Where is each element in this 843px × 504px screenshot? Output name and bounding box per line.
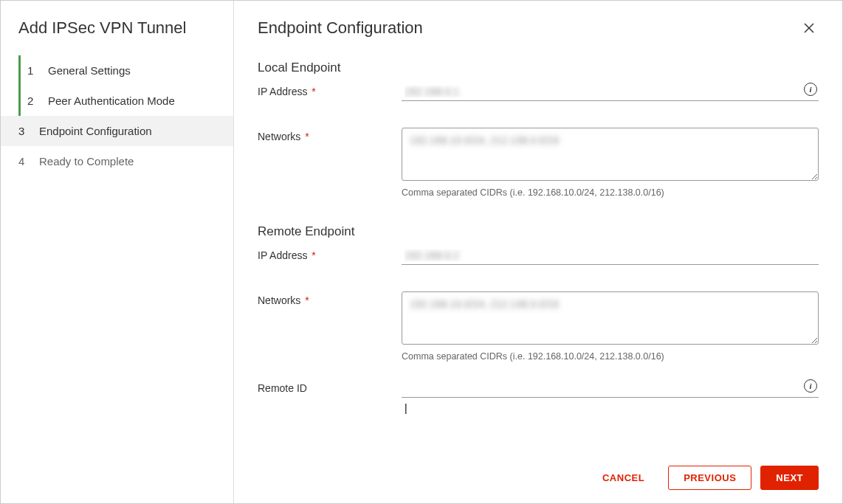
remote-ip-wrap: [402, 246, 819, 265]
info-icon[interactable]: i: [804, 83, 817, 96]
main-panel: Endpoint Configuration Local Endpoint IP…: [234, 1, 842, 503]
previous-button[interactable]: PREVIOUS: [668, 466, 751, 490]
step-label: Peer Authentication Mode: [48, 94, 175, 107]
wizard-step-ready[interactable]: 4 Ready to Complete: [1, 146, 233, 176]
local-networks-input[interactable]: [402, 128, 819, 181]
local-networks-wrap: Comma separated CIDRs (i.e. 192.168.10.0…: [402, 128, 819, 198]
remote-id-wrap: i: [402, 379, 819, 417]
wizard-steps: 1 General Settings 2 Peer Authentication…: [1, 55, 233, 176]
close-icon: [802, 21, 816, 35]
remote-ip-label: IP Address *: [258, 246, 402, 261]
local-ip-row: IP Address * i: [258, 83, 819, 101]
step-label: Endpoint Configuration: [39, 125, 152, 137]
required-asterisk: *: [312, 249, 315, 261]
next-button[interactable]: NEXT: [760, 466, 819, 490]
page-title: Endpoint Configuration: [258, 18, 423, 38]
remote-networks-input[interactable]: [402, 291, 819, 345]
remote-ip-input[interactable]: [402, 246, 819, 265]
dialog-title: Add IPSec VPN Tunnel: [1, 18, 233, 55]
step-number: 1: [27, 64, 38, 77]
ipsec-vpn-dialog: Add IPSec VPN Tunnel 1 General Settings …: [0, 0, 843, 504]
remote-ip-row: IP Address *: [258, 246, 819, 265]
required-asterisk: *: [305, 131, 309, 142]
dialog-footer: CANCEL PREVIOUS NEXT: [258, 454, 819, 490]
step-number: 2: [27, 94, 38, 107]
remote-networks-helper: Comma separated CIDRs (i.e. 192.168.10.0…: [402, 351, 819, 362]
local-ip-label: IP Address *: [258, 83, 402, 97]
cancel-button[interactable]: CANCEL: [588, 466, 659, 489]
step-label: Ready to Complete: [39, 155, 134, 168]
remote-networks-wrap: Comma separated CIDRs (i.e. 192.168.10.0…: [402, 291, 819, 362]
wizard-step-endpoint-config[interactable]: 3 Endpoint Configuration: [1, 116, 233, 146]
step-number: 4: [18, 155, 29, 168]
remote-id-caret: [402, 399, 819, 417]
step-number: 3: [18, 125, 29, 137]
local-networks-label: Networks *: [258, 128, 402, 142]
remote-id-label: Remote ID: [258, 379, 402, 394]
required-asterisk: *: [312, 86, 315, 97]
required-asterisk: *: [305, 294, 309, 306]
main-header: Endpoint Configuration: [258, 18, 819, 40]
wizard-sidebar: Add IPSec VPN Tunnel 1 General Settings …: [1, 1, 234, 503]
local-networks-row: Networks * Comma separated CIDRs (i.e. 1…: [258, 128, 819, 198]
info-icon[interactable]: i: [804, 379, 817, 393]
local-endpoint-heading: Local Endpoint: [258, 61, 819, 75]
close-button[interactable]: [799, 18, 819, 40]
form-content: Local Endpoint IP Address * i Networks *: [258, 61, 819, 454]
local-ip-input[interactable]: [402, 83, 819, 101]
wizard-step-peer-auth[interactable]: 2 Peer Authentication Mode: [1, 86, 233, 116]
remote-id-input[interactable]: [402, 379, 819, 398]
remote-id-row: Remote ID i: [258, 379, 819, 417]
remote-endpoint-heading: Remote Endpoint: [258, 224, 819, 239]
local-ip-wrap: i: [402, 83, 819, 101]
remote-networks-label: Networks *: [258, 291, 402, 306]
step-label: General Settings: [48, 64, 131, 77]
wizard-step-general-settings[interactable]: 1 General Settings: [1, 55, 233, 86]
local-networks-helper: Comma separated CIDRs (i.e. 192.168.10.0…: [402, 187, 819, 198]
remote-networks-row: Networks * Comma separated CIDRs (i.e. 1…: [258, 291, 819, 362]
